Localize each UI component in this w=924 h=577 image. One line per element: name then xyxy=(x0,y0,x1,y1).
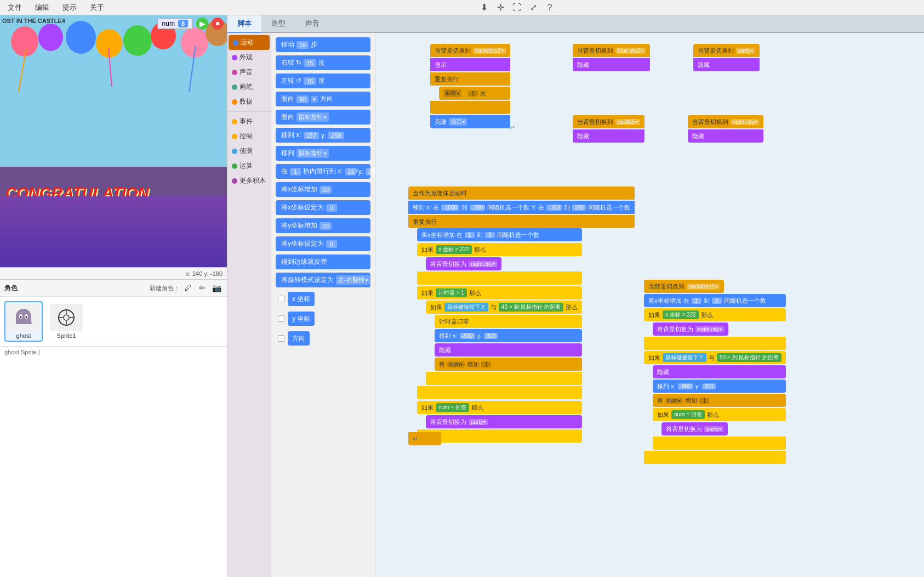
block-change-y[interactable]: 将y坐标增加 10 xyxy=(276,218,370,233)
green-flag-button[interactable]: ▶ xyxy=(196,18,208,30)
sb-goto-xy2[interactable]: 移到 x: -900 y: 300 xyxy=(435,329,582,342)
sb-change-x-random[interactable]: 将x坐标增加 在 1 到 3 间随机选一个数 xyxy=(417,228,582,241)
sb-hide-castle5[interactable]: 隐藏 xyxy=(573,129,644,143)
sb-hide-nightcity[interactable]: 隐藏 xyxy=(688,129,763,143)
sb-forever[interactable]: 重复执行 xyxy=(408,215,635,228)
help-icon[interactable]: ? xyxy=(544,2,556,14)
sb-hide-bluesky[interactable]: 隐藏 xyxy=(573,58,650,71)
sb-repeat-top[interactable]: 重复执行 xyxy=(430,72,510,86)
sb-backdrop-dd-1[interactable]: backdrop2 xyxy=(473,48,506,54)
menu-about[interactable]: 关于 xyxy=(87,2,107,14)
new-sprite-camera-icon[interactable]: 📷 xyxy=(210,282,223,294)
stop-button[interactable]: ■ xyxy=(212,18,224,30)
sb-backdrop-party-dd[interactable]: party xyxy=(736,48,755,54)
expand-icon[interactable]: ⤢ xyxy=(527,2,539,14)
sb-hide2[interactable]: 隐藏 xyxy=(435,343,582,357)
block-goto-mouse[interactable]: 移到 鼠标指针 xyxy=(276,146,370,161)
category-operator[interactable]: 运算 xyxy=(227,159,271,173)
sb-show-1[interactable]: 显示 xyxy=(430,58,510,71)
sb-clone-start[interactable]: 当作为克隆体启动时 xyxy=(408,186,635,200)
fullscreen-icon[interactable]: ⛶ xyxy=(511,2,523,14)
sb-hide-50[interactable]: 隐藏 xyxy=(653,365,786,378)
block-goto-xy[interactable]: 移到 x: 157 y: 258 xyxy=(276,128,370,143)
block-face-dd[interactable] xyxy=(311,96,318,103)
tab-costumes[interactable]: 造型 xyxy=(261,15,295,33)
menu-edit[interactable]: 编辑 xyxy=(32,2,53,14)
sb-num-inc-50[interactable]: 将 num 增加 1 xyxy=(653,394,786,407)
download-icon[interactable]: ⬇ xyxy=(478,2,490,14)
cursor-icon[interactable]: ✛ xyxy=(494,2,506,14)
block-face-toward[interactable]: 面向 鼠标指针 xyxy=(276,110,370,125)
category-looks[interactable]: 外观 xyxy=(227,50,271,65)
sb-if-timer-top[interactable]: 如果 计时器 > 1 那么 xyxy=(417,286,582,299)
sb-backdrop-bluesky-dd[interactable]: blue sky2 xyxy=(615,48,646,54)
sb-bg-dd-party[interactable]: party xyxy=(469,419,488,425)
sprite-thumb-ghost[interactable]: ghost xyxy=(4,301,43,342)
category-sound[interactable]: 声音 xyxy=(227,65,271,80)
sb-backdrop-nightcity-dd[interactable]: night city xyxy=(731,119,759,125)
sb-if-num-ans-top[interactable]: 如果 num = 回答 那么 xyxy=(417,401,582,414)
block-bounce[interactable]: 碰到边缘就反弹 xyxy=(276,254,370,269)
sb-bg-nc-2-dd[interactable]: night city xyxy=(695,326,724,332)
sb-set-bg-party[interactable]: 将背景切换为 party xyxy=(426,415,582,428)
block-face-toward-dd[interactable]: 鼠标指针 xyxy=(296,112,329,122)
script-canvas[interactable]: 当背景切换到 backdrop2 显示 重复执行 回答 - 1 次 xyxy=(375,33,924,577)
sb-party2-dd[interactable]: party xyxy=(704,426,723,432)
menu-file[interactable]: 文件 xyxy=(4,2,25,14)
sb-clone[interactable]: 克隆 自己 xyxy=(430,115,510,128)
block-move[interactable]: 移动 10 步 xyxy=(276,37,370,52)
sb-reset-timer[interactable]: 计时器归零 xyxy=(435,315,582,328)
category-data[interactable]: 数据 xyxy=(227,94,271,109)
cb-direction[interactable] xyxy=(278,335,284,342)
sb-backdrop-nightcity[interactable]: 当背景切换到 night city xyxy=(688,115,763,128)
sb-bg-nc-2[interactable]: 将背景切换为 night city xyxy=(653,323,728,336)
sb-repeat-answer-dd[interactable]: 回答 xyxy=(443,89,461,97)
block-rotation-style[interactable]: 将旋转模式设定为 左-右翻转 xyxy=(276,273,370,287)
sb-if-x222-top[interactable]: 如果 x 坐标 > 222 那么 xyxy=(417,243,582,256)
block-goto-dd[interactable]: 鼠标指针 xyxy=(296,149,329,158)
block-set-x[interactable]: 将x坐标设定为 0 xyxy=(276,200,370,215)
sb-goto-random[interactable]: 移到 x: 在 -1800 到 -280 间随机选一个数 Y: 在 -160 到… xyxy=(408,201,635,214)
sb-bg-dd-nc[interactable]: night city xyxy=(469,261,497,267)
sb-clone-dd[interactable]: 自己 xyxy=(449,118,467,126)
sb-backdrop-castle5[interactable]: 当背景切换到 castle5 xyxy=(573,115,644,128)
sb-bd2-dd[interactable]: backdrop2 xyxy=(687,284,720,290)
sb-if-mouse-dist[interactable]: 如果 鼠标键被按下？ 与 40 > 到 鼠标指针 的距离 那么 xyxy=(426,301,582,314)
sb-num-dd-50[interactable]: num xyxy=(665,398,683,404)
block-turn-left[interactable]: 左转 ↺ 15 度 xyxy=(276,73,370,88)
sb-repeat-times[interactable]: 回答 - 1 次 xyxy=(439,87,510,100)
sprite-thumb-sprite1[interactable]: Sprite1 xyxy=(47,301,85,342)
sb-if-x222-2[interactable]: 如果 x 坐标 > 222 那么 xyxy=(644,308,786,321)
category-pen[interactable]: 画笔 xyxy=(227,80,271,94)
block-change-x[interactable]: 将x坐标增加 10 xyxy=(276,182,370,197)
sb-set-bg-nightcity[interactable]: 将背景切换为 night city xyxy=(426,257,501,270)
sb-goto-xy-50[interactable]: 移到 x: -900 y: 300 xyxy=(653,380,786,393)
block-rotation-dd[interactable]: 左-右翻转 xyxy=(336,275,370,285)
sb-backdrop2-trigger2[interactable]: 当背景切换到 backdrop2 xyxy=(644,280,724,293)
block-turn-right[interactable]: 右转 ↻ 15 度 xyxy=(276,55,370,70)
tab-script[interactable]: 脚本 xyxy=(227,15,261,33)
cb-y[interactable] xyxy=(278,315,284,322)
category-more[interactable]: 更多积木 xyxy=(227,173,271,188)
sb-bg-party-2[interactable]: 将背景切换为 party xyxy=(661,422,728,435)
category-motion[interactable]: 运动 xyxy=(229,35,270,50)
sb-if-mouse-50[interactable]: 如果 鼠标键被按下？ 与 50 > 到 鼠标指针 的距离 xyxy=(644,351,786,364)
sb-if-num-ans-2[interactable]: 如果 num = 回答 那么 xyxy=(653,408,786,421)
sb-backdrop-trigger-1[interactable]: 当背景切换到 backdrop2 xyxy=(430,44,510,57)
tab-sounds[interactable]: 声音 xyxy=(295,15,329,33)
sb-change-num[interactable]: 将 num 增加 1 xyxy=(435,358,582,371)
sb-hide-party[interactable]: 隐藏 xyxy=(693,58,760,71)
new-sprite-draw-icon[interactable]: 🖊 xyxy=(182,282,194,294)
block-glide[interactable]: 在 1 秒内滑行到 x: 157 y: 25 xyxy=(276,164,370,179)
sb-backdrop-bluesky[interactable]: 当背景切换到 blue sky2 xyxy=(573,44,650,57)
menu-hints[interactable]: 提示 xyxy=(59,2,80,14)
cb-x[interactable] xyxy=(278,296,284,302)
sb-backdrop-castle5-dd[interactable]: castle5 xyxy=(615,119,640,125)
category-events[interactable]: 事件 xyxy=(227,114,271,129)
sb-cx2[interactable]: 将x坐标增加 在 1 到 3 间随机选一个数 xyxy=(644,294,786,307)
sb-num-dd[interactable]: num xyxy=(447,361,465,367)
block-face-direction[interactable]: 面向 90 方向 xyxy=(276,92,370,106)
sb-backdrop-party[interactable]: 当背景切换到 party xyxy=(693,44,760,57)
block-set-y[interactable]: 将y坐标设定为 0 xyxy=(276,236,370,251)
new-sprite-upload-icon[interactable]: ✏ xyxy=(196,282,208,294)
